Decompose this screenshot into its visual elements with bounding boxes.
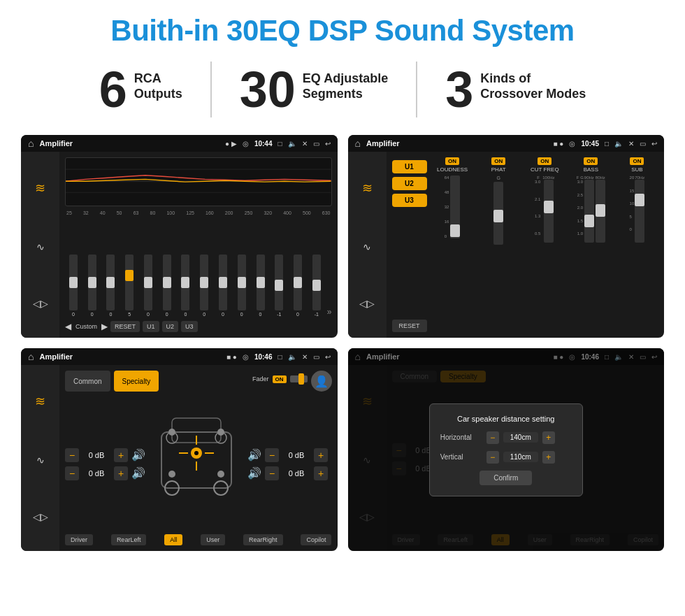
amp-wave-icon[interactable]: ∿ [363, 241, 371, 252]
amp-speaker-icon[interactable]: ◁▷ [359, 298, 375, 309]
amp-eq-icon[interactable]: ≋ [362, 180, 373, 196]
eq-icon[interactable]: ≋ [35, 180, 45, 196]
amp-channel-phat: ON PHAT G [477, 157, 520, 332]
screen2-time: 10:45 [581, 140, 599, 148]
btn-all[interactable]: All [164, 534, 182, 545]
stat-text-crossover: Kinds of Crossover Modes [480, 64, 586, 101]
back-icon-3: ↩ [325, 353, 331, 361]
crossover-eq-icon[interactable]: ≋ [35, 394, 45, 409]
crossover-bottom-btns: Driver RearLeft All User RearRight Copil… [65, 534, 332, 545]
eq-u3-btn[interactable]: U3 [181, 321, 198, 332]
eq-u1-btn[interactable]: U1 [143, 321, 159, 332]
screen3-title: Amplifier [39, 352, 221, 361]
minus-btn-2[interactable]: − [65, 466, 79, 480]
plus-btn-4[interactable]: + [314, 466, 328, 480]
btn-rearright[interactable]: RearRight [243, 534, 283, 545]
crossover-wave-icon[interactable]: ∿ [36, 454, 45, 466]
amp-preset-u2[interactable]: U2 [392, 177, 427, 190]
stat-text-eq: EQ Adjustable Segments [303, 64, 388, 101]
loudness-label: LOUDNESS [437, 166, 468, 173]
svg-point-10 [217, 429, 224, 436]
btn-user-3[interactable]: User [201, 534, 225, 545]
eq-prev-arrow[interactable]: ◀ [65, 322, 71, 331]
dialog-horizontal-row: Horizontal − 140cm + [440, 431, 572, 444]
amp-preset-u3[interactable]: U3 [392, 194, 427, 207]
plus-btn-1[interactable]: + [114, 448, 128, 462]
eq-slider-10: 0 [252, 255, 269, 317]
sub-label: SUB [631, 166, 642, 173]
location-icon-2: ◎ [569, 140, 575, 148]
amp-presets: U1 U2 U3 RESET [392, 160, 427, 332]
eq-u2-btn[interactable]: U2 [162, 321, 179, 332]
cutfreq-fader-f[interactable] [544, 180, 554, 243]
tab-specialty[interactable]: Specialty [114, 371, 159, 392]
eq-custom-label: Custom [74, 321, 99, 332]
minus-btn-3[interactable]: − [265, 448, 279, 462]
plus-btn-3[interactable]: + [314, 448, 328, 462]
stat-number-rca: 6 [99, 64, 127, 115]
control-row-4: 🔊 − 0 dB + [247, 466, 328, 480]
crossover-speaker-icon[interactable]: ◁▷ [33, 511, 48, 522]
phat-on: ON [491, 157, 505, 165]
bass-fader-f[interactable] [584, 180, 594, 243]
location-icon-1: ◎ [243, 140, 249, 148]
wave-icon[interactable]: ∿ [36, 241, 45, 252]
stat-label-eq-top: EQ Adjustable [303, 71, 388, 87]
amp-screen-content: ≋ ∿ ◁▷ U1 U2 U3 RESET [348, 152, 665, 338]
eq-slider-2: 0 [103, 255, 120, 317]
home-icon-1[interactable]: ⌂ [28, 138, 34, 149]
tab-common[interactable]: Common [65, 371, 110, 392]
speaker-icon-1: 🔊 [131, 448, 145, 461]
eq-nav-arrows: » [327, 307, 332, 317]
fader-slider[interactable] [290, 375, 308, 382]
amp-sidebar: ≋ ∿ ◁▷ [348, 152, 387, 338]
eq-expand-icon[interactable]: » [327, 307, 332, 317]
amp-channel-bass: ON BASS F G 3.0 2.5 [570, 157, 612, 332]
stat-eq: 30 EQ Adjustable Segments [212, 64, 416, 115]
speaker-icon-left[interactable]: ◁▷ [33, 298, 48, 309]
eq-reset-btn[interactable]: RESET [110, 321, 140, 332]
home-icon-2[interactable]: ⌂ [355, 138, 361, 149]
vertical-plus-btn[interactable]: + [542, 451, 555, 464]
loudness-fader[interactable] [450, 176, 460, 238]
btn-rearleft[interactable]: RearLeft [111, 534, 147, 545]
control-row-2: − 0 dB + 🔊 [65, 466, 145, 480]
btn-copilot[interactable]: Copilot [301, 534, 331, 545]
screen1-title: Amplifier [39, 139, 219, 148]
stats-row: 6 RCA Outputs 30 EQ Adjustable Segments … [21, 62, 664, 117]
eq-play-btn[interactable]: ▶ [101, 322, 108, 331]
home-icon-3[interactable]: ⌂ [28, 351, 34, 362]
sub-fader[interactable] [635, 180, 644, 243]
eq-slider-11: -1 [271, 255, 287, 317]
plus-btn-2[interactable]: + [114, 466, 128, 480]
amp-reset-btn[interactable]: RESET [392, 320, 427, 332]
horizontal-minus-btn[interactable]: − [486, 431, 499, 444]
horizontal-plus-btn[interactable]: + [542, 431, 555, 444]
crossover-sidebar: ≋ ∿ ◁▷ [21, 365, 59, 551]
camera-icon-2: □ [605, 140, 609, 148]
dot-icon-3: ■ ● [226, 353, 237, 361]
dialog-vertical-row: Vertical − 110cm + [440, 451, 572, 464]
vertical-minus-btn[interactable]: − [486, 451, 499, 464]
crossover-content-area: − 0 dB + 🔊 − 0 dB + 🔊 [65, 397, 332, 531]
eq-slider-1: 0 [84, 255, 101, 317]
bass-fader-g[interactable] [596, 180, 605, 243]
svg-point-9 [168, 429, 175, 436]
eq-slider-13: -1 [308, 255, 325, 317]
stat-label-rca-bottom: Outputs [134, 87, 182, 102]
user-avatar-3[interactable]: 👤 [311, 371, 332, 392]
phat-fader[interactable] [493, 182, 503, 245]
cutfreq-label: CUT FREQ [531, 166, 559, 173]
vertical-value: 110cm [503, 452, 538, 462]
minus-btn-1[interactable]: − [65, 448, 79, 462]
stat-number-eq: 30 [240, 64, 296, 115]
amp-channel-loudness: ON LOUDNESS 64 48 32 16 [431, 157, 474, 332]
fader-on-badge: ON [273, 375, 287, 383]
minus-btn-4[interactable]: − [265, 466, 279, 480]
confirm-btn[interactable]: Confirm [480, 471, 532, 485]
btn-driver[interactable]: Driver [65, 534, 93, 545]
dot-icon-1: ● ▶ [225, 140, 237, 148]
phat-label: PHAT [491, 166, 506, 173]
amp-preset-u1[interactable]: U1 [392, 160, 427, 173]
camera-icon-3: □ [277, 353, 282, 361]
